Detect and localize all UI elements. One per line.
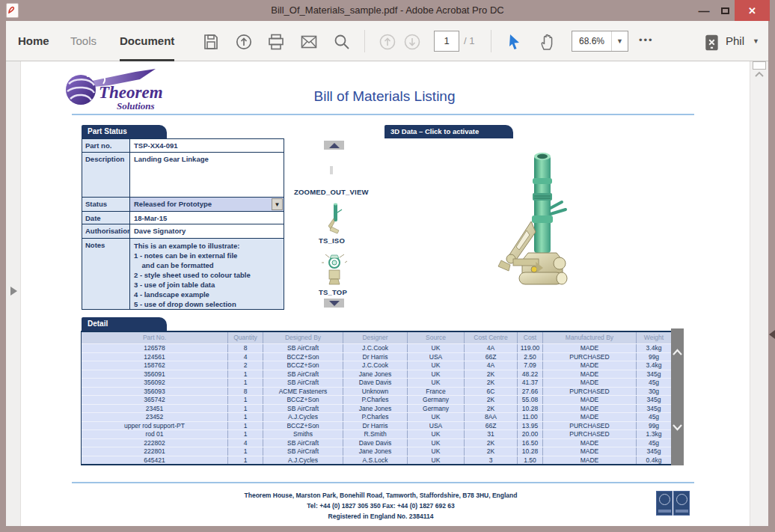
part-status-row: Date 18-Mar-15	[82, 212, 284, 224]
title-bar: Bill_Of_Materials_sample.pdf - Adobe Acr…	[0, 0, 775, 21]
page-total-label: / 1	[464, 31, 474, 52]
part-no-value: TSP-XX4-091	[130, 139, 284, 152]
table-cell: 2K	[465, 447, 518, 456]
table-cell: 31	[465, 430, 518, 438]
print-icon[interactable]	[267, 33, 285, 51]
previous-page-icon[interactable]	[379, 33, 396, 51]
email-icon[interactable]	[300, 33, 318, 51]
expand-right-panel-icon[interactable]	[769, 330, 775, 339]
select-tool-icon[interactable]	[506, 33, 524, 51]
ts-top-thumbnail[interactable]	[321, 252, 348, 287]
table-cell: MADE	[543, 447, 637, 456]
table-cell: Jane Jones	[343, 405, 408, 413]
table-cell: SB AirCraft	[263, 439, 343, 447]
table-cell: 66Z	[465, 353, 518, 361]
zoom-level-value[interactable]: 68.6%	[572, 31, 611, 51]
save-icon[interactable]	[202, 33, 220, 51]
table-cell: 4A	[465, 361, 518, 370]
table-row: 1587622BCCZ+SonJ.C.CookUK4A7.09MADE3.4kg	[82, 361, 671, 370]
cloud-upload-icon[interactable]	[235, 33, 253, 51]
table-cell: PURCHASED	[543, 388, 637, 396]
document-scrollbar[interactable]	[750, 61, 768, 526]
svg-text:Solutions: Solutions	[117, 100, 155, 111]
part-status-row: Description Landing Gear Linkage	[82, 153, 284, 198]
user-menu[interactable]: Phil	[726, 31, 744, 52]
triangle-down-icon	[329, 301, 340, 306]
table-cell: 158762	[82, 361, 228, 370]
detail-header-row: Part No.QuantityDesigned ByDesignerSourc…	[82, 332, 671, 343]
table-cell: 3.4kg	[637, 344, 671, 352]
table-cell: BCCZ+Son	[263, 353, 343, 361]
footer-address: Theorem House, Marston Park, Bonehill Ro…	[171, 492, 590, 499]
view-thumbnail-faint[interactable]	[330, 166, 333, 174]
detail-column-header: Designed By	[263, 332, 343, 343]
ts-iso-thumbnail[interactable]	[325, 202, 345, 236]
user-caret-icon[interactable]: ▼	[753, 31, 759, 52]
table-row: 234511SB AirCraftJane JonesGermany2K10.2…	[82, 404, 671, 413]
table-cell: Germany	[408, 405, 465, 413]
table-cell: 356093	[82, 388, 228, 396]
scroll-up-icon[interactable]	[671, 348, 684, 357]
window-title: Bill_Of_Materials_sample.pdf - Adobe Acr…	[0, 0, 775, 21]
tab-home[interactable]: Home	[18, 21, 49, 61]
table-cell: 10.28	[518, 405, 543, 413]
authorisation-value: Dave Signatory	[130, 224, 284, 238]
view-link-ts-iso[interactable]: TS_ISO	[319, 236, 345, 245]
status-dropdown[interactable]: Released for Prototype ▼	[130, 198, 284, 211]
detail-column-header: Quantity	[228, 332, 263, 343]
table-row: 2228024SB AirCraftDave DavisUK2K16.50MAD…	[82, 438, 671, 447]
search-icon[interactable]	[333, 33, 351, 51]
left-panel-gutter	[6, 61, 21, 526]
table-cell: MADE	[543, 379, 637, 387]
3d-data-tab[interactable]: 3D Data – Click to activate	[385, 125, 513, 138]
table-cell: Dr Harris	[343, 353, 408, 361]
toolbar: Home Tools Document	[6, 21, 768, 61]
view-link-zoomed-out[interactable]: ZOOMED_OUT_VIEW	[294, 188, 369, 196]
dropdown-caret-icon[interactable]: ▼	[272, 198, 283, 210]
table-cell: 124561	[82, 353, 228, 361]
expand-left-panel-icon[interactable]	[10, 287, 17, 296]
table-cell: UK	[408, 379, 465, 387]
table-cell: 23451	[82, 405, 228, 413]
view-scroll-down-button[interactable]	[324, 299, 344, 308]
table-cell: 4	[228, 439, 263, 447]
tab-tools[interactable]: Tools	[70, 21, 97, 61]
table-cell: 345g	[637, 447, 671, 456]
scrollbar-thumb[interactable]	[753, 61, 766, 70]
minimize-button[interactable]: —	[694, 0, 714, 21]
scroll-up-icon[interactable]	[754, 71, 765, 78]
table-cell: 1	[228, 422, 263, 430]
table-cell: 4A	[465, 344, 518, 352]
detail-tab: Detail	[82, 317, 167, 331]
table-row: 3560938ACME FastenersUnknownFrance6C27.6…	[82, 387, 671, 396]
footer-rule	[72, 482, 694, 483]
detail-table-scrollbar[interactable]	[671, 328, 684, 465]
more-tools-button[interactable]: •••	[639, 31, 654, 52]
table-row: 234521A.J.CyclesP.CharlesUK8AA11.00MADE4…	[82, 412, 671, 421]
tab-document[interactable]: Document	[120, 21, 174, 61]
scroll-down-icon[interactable]	[671, 423, 684, 432]
zoom-caret-icon[interactable]: ▼	[611, 31, 628, 51]
acrobat-window: Bill_Of_Materials_sample.pdf - Adobe Acr…	[0, 0, 775, 532]
table-cell: 1	[228, 430, 263, 438]
field-label: Part no.	[82, 139, 130, 152]
table-cell: 2.50	[518, 353, 543, 361]
table-cell: 2K	[465, 379, 518, 387]
hand-tool-icon[interactable]	[539, 33, 557, 51]
view-link-ts-top[interactable]: TS_TOP	[319, 288, 347, 296]
table-cell: 222802	[82, 439, 228, 447]
next-page-icon[interactable]	[403, 33, 421, 51]
3d-model-landing-gear[interactable]	[491, 150, 595, 307]
table-cell: UK	[408, 361, 465, 370]
table-cell: Dave Davis	[343, 439, 408, 447]
mobile-device-icon[interactable]	[703, 34, 721, 52]
close-button[interactable]: ✕	[735, 0, 770, 21]
detail-table-body: 1265788SB AirCraftJ.C.CookUK4A119.00MADE…	[82, 343, 671, 464]
table-cell: 1	[228, 379, 263, 387]
view-scroll-up-button[interactable]	[324, 141, 344, 150]
table-cell: 356091	[82, 370, 228, 379]
maximize-button[interactable]	[715, 0, 735, 21]
page-number-input[interactable]: 1	[434, 31, 459, 52]
zoom-control[interactable]: 68.6% ▼	[572, 31, 628, 52]
part-status-row: Part no. TSP-XX4-091	[82, 139, 284, 153]
